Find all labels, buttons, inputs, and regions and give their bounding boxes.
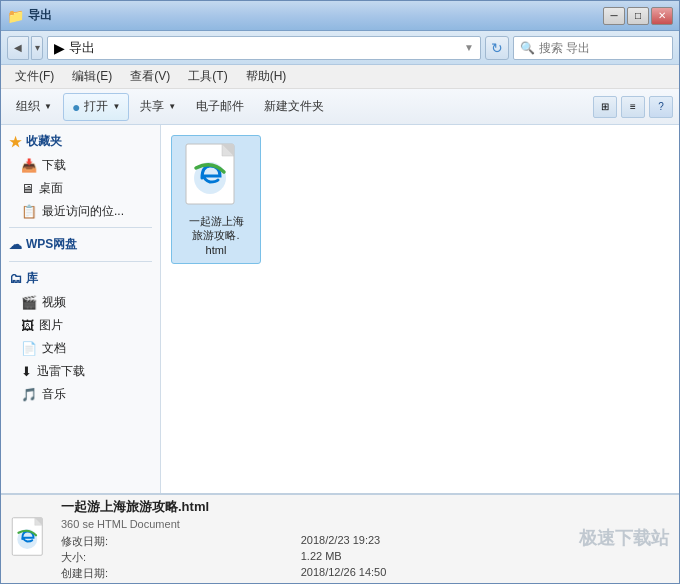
search-icon: 🔍 xyxy=(520,41,535,55)
desktop-label: 桌面 xyxy=(39,180,63,197)
recent-icon: 📋 xyxy=(21,204,37,219)
favorites-label: 收藏夹 xyxy=(26,133,62,150)
organize-button[interactable]: 组织 ▼ xyxy=(7,93,61,121)
modified-value: 2018/2/23 19:23 xyxy=(301,534,569,549)
search-input[interactable] xyxy=(539,41,649,55)
library-icon: 🗂 xyxy=(9,271,22,286)
share-label: 共享 xyxy=(140,98,164,115)
sidebar-wps-section: ☁ WPS网盘 xyxy=(1,232,160,257)
sidebar-item-thunder[interactable]: ⬇ 迅雷下载 xyxy=(1,360,160,383)
share-arrow-icon: ▼ xyxy=(168,102,176,111)
minimize-button[interactable]: ─ xyxy=(603,7,625,25)
modified-label: 修改日期: xyxy=(61,534,291,549)
new-folder-button[interactable]: 新建文件夹 xyxy=(255,93,333,121)
view-details-button[interactable]: ≡ xyxy=(621,96,645,118)
open-icon: ● xyxy=(72,99,80,115)
toolbar: 组织 ▼ ● 打开 ▼ 共享 ▼ 电子邮件 新建文件夹 ⊞ ≡ ? xyxy=(1,89,679,125)
status-bar: 一起游上海旅游攻略.html 360 se HTML Document 修改日期… xyxy=(1,493,679,583)
refresh-icon: ↻ xyxy=(491,40,503,56)
status-filename: 一起游上海旅游攻略.html xyxy=(61,498,569,516)
search-box[interactable]: 🔍 xyxy=(513,36,673,60)
window-folder-icon: 📁 xyxy=(7,8,24,24)
address-box[interactable]: ▶ 导出 ▼ xyxy=(47,36,481,60)
forward-dropdown[interactable]: ▾ xyxy=(31,36,43,60)
download-label: 下载 xyxy=(42,157,66,174)
open-button[interactable]: ● 打开 ▼ xyxy=(63,93,129,121)
window-title: 导出 xyxy=(28,7,52,24)
main-content: ★ 收藏夹 📥 下载 🖥 桌面 📋 最近访问的位... xyxy=(1,125,679,493)
breadcrumb-path: 导出 xyxy=(69,39,95,57)
title-bar-left: 📁 导出 xyxy=(7,7,52,24)
sidebar-item-desktop[interactable]: 🖥 桌面 xyxy=(1,177,160,200)
new-folder-label: 新建文件夹 xyxy=(264,98,324,115)
file-item-html[interactable]: 一起游上海旅游攻略.html xyxy=(171,135,261,264)
status-details: 修改日期: 2018/2/23 19:23 大小: 1.22 MB 创建日期: … xyxy=(61,534,569,581)
menu-tools[interactable]: 工具(T) xyxy=(180,66,235,87)
sidebar-item-documents[interactable]: 📄 文档 xyxy=(1,337,160,360)
nav-buttons: ◀ ▾ xyxy=(7,36,43,60)
music-icon: 🎵 xyxy=(21,387,37,402)
menu-bar: 文件(F) 编辑(E) 查看(V) 工具(T) 帮助(H) xyxy=(1,65,679,89)
sidebar-separator-1 xyxy=(9,227,152,228)
sidebar-item-video[interactable]: 🎬 视频 xyxy=(1,291,160,314)
file-area[interactable]: 一起游上海旅游攻略.html xyxy=(161,125,679,493)
documents-label: 文档 xyxy=(42,340,66,357)
menu-edit[interactable]: 编辑(E) xyxy=(64,66,120,87)
cloud-icon: ☁ xyxy=(9,237,22,252)
breadcrumb-folder-icon: ▶ xyxy=(54,40,65,56)
download-folder-icon: 📥 xyxy=(21,158,37,173)
video-icon: 🎬 xyxy=(21,295,37,310)
created-label: 创建日期: xyxy=(61,566,291,581)
created-value: 2018/12/26 14:50 xyxy=(301,566,569,581)
sidebar-item-recent[interactable]: 📋 最近访问的位... xyxy=(1,200,160,223)
menu-view[interactable]: 查看(V) xyxy=(122,66,178,87)
music-label: 音乐 xyxy=(42,386,66,403)
address-bar: ◀ ▾ ▶ 导出 ▼ ↻ 🔍 xyxy=(1,31,679,65)
title-bar: 📁 导出 ─ □ ✕ xyxy=(1,1,679,31)
view-icons-button[interactable]: ⊞ xyxy=(593,96,617,118)
sidebar-library-section: 🗂 库 🎬 视频 🖼 图片 📄 文档 ⬇ 迅雷下载 xyxy=(1,266,160,406)
sidebar-favorites-section: ★ 收藏夹 📥 下载 🖥 桌面 📋 最近访问的位... xyxy=(1,129,160,223)
help-button[interactable]: ? xyxy=(649,96,673,118)
breadcrumb-dropdown-icon[interactable]: ▼ xyxy=(464,42,474,53)
sidebar-separator-2 xyxy=(9,261,152,262)
sidebar-item-download[interactable]: 📥 下载 xyxy=(1,154,160,177)
open-label: 打开 xyxy=(84,98,108,115)
organize-arrow-icon: ▼ xyxy=(44,102,52,111)
video-label: 视频 xyxy=(42,294,66,311)
recent-label: 最近访问的位... xyxy=(42,203,124,220)
explorer-window: 📁 导出 ─ □ ✕ ◀ ▾ ▶ 导出 ▼ ↻ 🔍 文件(F) 编辑(E) xyxy=(0,0,680,584)
wps-label: WPS网盘 xyxy=(26,236,77,253)
file-name-label: 一起游上海旅游攻略.html xyxy=(189,214,244,257)
back-button[interactable]: ◀ xyxy=(7,36,29,60)
close-button[interactable]: ✕ xyxy=(651,7,673,25)
sidebar-library-header[interactable]: 🗂 库 xyxy=(1,266,160,291)
menu-help[interactable]: 帮助(H) xyxy=(238,66,295,87)
open-arrow-icon: ▼ xyxy=(112,102,120,111)
file-icon-svg xyxy=(184,142,248,214)
status-info: 一起游上海旅游攻略.html 360 se HTML Document 修改日期… xyxy=(61,498,569,581)
status-file-icon xyxy=(11,516,51,562)
pictures-label: 图片 xyxy=(39,317,63,334)
star-icon: ★ xyxy=(9,134,22,150)
share-button[interactable]: 共享 ▼ xyxy=(131,93,185,121)
status-watermark: 极速下载站 xyxy=(579,528,669,550)
sidebar: ★ 收藏夹 📥 下载 🖥 桌面 📋 最近访问的位... xyxy=(1,125,161,493)
sidebar-wps-header[interactable]: ☁ WPS网盘 xyxy=(1,232,160,257)
sidebar-item-pictures[interactable]: 🖼 图片 xyxy=(1,314,160,337)
status-type: 360 se HTML Document xyxy=(61,518,569,530)
organize-label: 组织 xyxy=(16,98,40,115)
desktop-icon: 🖥 xyxy=(21,181,34,196)
pictures-icon: 🖼 xyxy=(21,318,34,333)
refresh-button[interactable]: ↻ xyxy=(485,36,509,60)
sidebar-favorites-header[interactable]: ★ 收藏夹 xyxy=(1,129,160,154)
library-label: 库 xyxy=(26,270,38,287)
watermark-text: 极速下载站 xyxy=(579,528,669,550)
menu-file[interactable]: 文件(F) xyxy=(7,66,62,87)
sidebar-item-music[interactable]: 🎵 音乐 xyxy=(1,383,160,406)
email-label: 电子邮件 xyxy=(196,98,244,115)
email-button[interactable]: 电子邮件 xyxy=(187,93,253,121)
size-value: 1.22 MB xyxy=(301,550,569,565)
maximize-button[interactable]: □ xyxy=(627,7,649,25)
toolbar-right: ⊞ ≡ ? xyxy=(593,96,673,118)
